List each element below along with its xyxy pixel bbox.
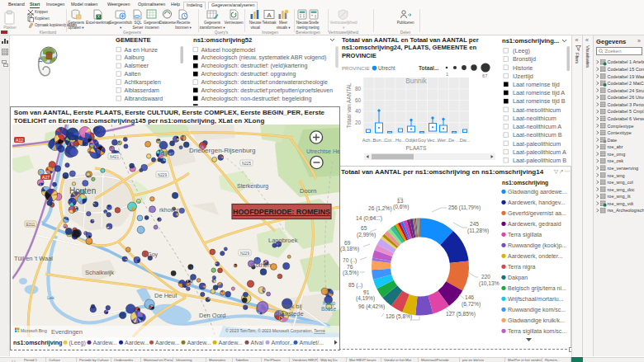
svg-text:Codetabel 24 Structuur...: Codetabel 24 Structuur... [608,88,644,93]
svg-text:Codetabel 6 Verwerving: Codetabel 6 Verwerving [608,116,644,121]
svg-text:roe_wng: roe_wng [608,173,625,178]
svg-text:Complextype: Complextype [608,124,634,129]
svg-text:Date: Date [608,138,618,143]
svg-text:roe_osk: roe_osk [608,158,624,163]
svg-text:roe_wng_doc: roe_wng_doc [608,187,635,192]
svg-text:Codetabel 2 MatCat: Codetabel 2 MatCat [608,81,644,86]
svg-text:Codetabel 3 Perioden: Codetabel 3 Perioden [608,102,644,107]
svg-text:roe_verwerving: roe_verwerving [608,166,639,171]
svg-text:rss_Archeologische_On...: rss_Archeologische_On... [608,208,644,213]
svg-text:Codetabel 1 ArtefactType: Codetabel 1 ArtefactType [608,59,644,64]
svg-text:roe_wng_vdt: roe_wng_vdt [608,201,634,206]
svg-text:Codetabel 5 CmplxType: Codetabel 5 CmplxType [608,109,644,114]
svg-text:roe_omg: roe_omg [608,152,626,157]
svg-text:Codetabel 26 Uitvoerd...: Codetabel 26 Uitvoerd... [608,95,644,100]
svg-text:roe_abr: roe_abr [608,144,623,149]
svg-text:roe_wng_lit: roe_wng_lit [608,194,632,199]
svg-text:Codetabel 15 Contexty...: Codetabel 15 Contexty... [608,67,644,72]
svg-text:Codetabel 19 Waarnem...: Codetabel 19 Waarnem... [608,74,644,79]
svg-text:roe_wng_col: roe_wng_col [608,180,633,185]
svg-text:Contexttype: Contexttype [608,130,632,135]
